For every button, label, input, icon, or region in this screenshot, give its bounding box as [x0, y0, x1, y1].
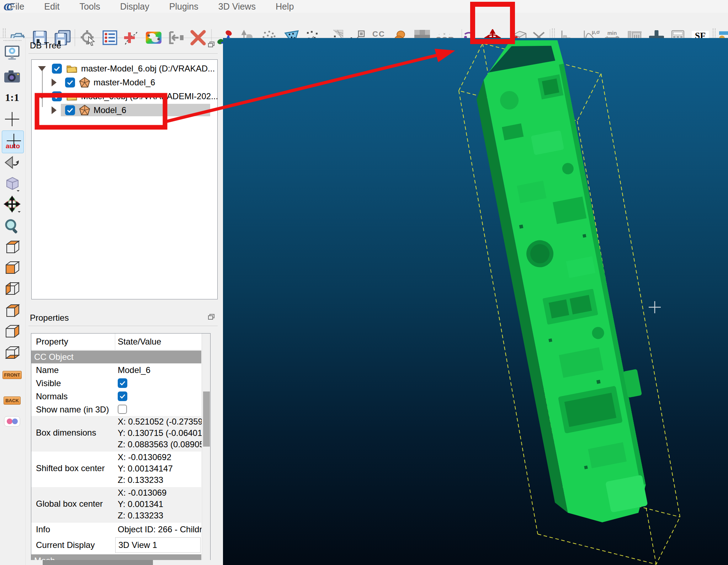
- property-label: Visible: [36, 378, 61, 388]
- app-logo-icon: CC: [4, 1, 18, 12]
- display-settings-icon[interactable]: [3, 44, 21, 63]
- view-front-sign-icon[interactable]: FRONT: [3, 366, 21, 384]
- scrollbar-thumb[interactable]: [203, 391, 210, 447]
- tree-item-label: master-Model_6: [94, 78, 155, 87]
- folder-icon: [66, 64, 78, 73]
- pivot-cross-icon: [7, 134, 19, 144]
- property-label: Normals: [36, 391, 68, 401]
- visibility-checkbox[interactable]: [65, 78, 75, 87]
- property-value: Y: 0.00134147: [118, 464, 173, 474]
- float-panel-icon[interactable]: [208, 42, 214, 47]
- tree-row-model-mesh-selected[interactable]: Model_6: [32, 103, 217, 117]
- column-header: State/Value: [118, 337, 161, 347]
- property-label: Shifted box center: [36, 463, 105, 473]
- camera-rotate-icon[interactable]: [3, 153, 21, 172]
- visibility-checkbox[interactable]: [52, 64, 62, 74]
- zoom-1-1-icon[interactable]: 1:1: [3, 88, 21, 107]
- property-value: Model_6: [118, 365, 150, 375]
- table-row-box-dimensions: Box dimensions X: 0.521052 (-0.273595 Y:…: [31, 416, 201, 452]
- table-row-visible: Visible: [31, 377, 201, 390]
- menu-tools[interactable]: Tools: [69, 0, 110, 13]
- clone-icon[interactable]: [145, 29, 162, 46]
- property-value: Y: 0.130715 (-0.064015: [118, 428, 207, 438]
- property-value: Y: 0.001341: [118, 499, 163, 509]
- view-iso-icon[interactable]: [3, 302, 21, 320]
- property-value: Object ID: 266 - Childr: [118, 524, 202, 534]
- view-right-icon[interactable]: [3, 323, 21, 341]
- tree-row-master-mesh[interactable]: master-Model_6: [32, 75, 217, 89]
- bounding-box-bottom-edges: [538, 517, 680, 564]
- section-header-cc-object: CC Object: [31, 351, 201, 363]
- delete-icon[interactable]: [190, 29, 207, 46]
- tree-row-model-obj[interactable]: Model_6.obj (D:/VRAKADEMI-202...: [32, 89, 217, 103]
- exit-icon[interactable]: [168, 29, 185, 46]
- float-panel-icon[interactable]: [208, 314, 214, 320]
- toolbar-drag-handle[interactable]: [4, 40, 21, 41]
- expand-arrow-icon[interactable]: [52, 106, 57, 114]
- property-value: X: 0.521052 (-0.273595: [118, 417, 207, 427]
- expand-arrow-icon[interactable]: [38, 94, 46, 99]
- mesh-icon: [79, 105, 90, 116]
- menu-bar: CC File Edit Tools Display Plugins 3D Vi…: [0, 0, 728, 13]
- view-front-icon[interactable]: [3, 259, 21, 277]
- stereo-mode-icon[interactable]: [3, 412, 21, 431]
- tree-row-master-obj[interactable]: master-Model_6.obj (D:/VRAKAD...: [32, 62, 217, 75]
- tree-item-label: Model_6.obj (D:/VRAKADEMI-202...: [81, 91, 217, 101]
- view-back-sign-icon[interactable]: BACK: [3, 391, 21, 410]
- trace-polyline-icon[interactable]: [123, 29, 140, 46]
- menu-plugins[interactable]: Plugins: [159, 0, 208, 13]
- menu-3d-views[interactable]: 3D Views: [208, 0, 266, 13]
- scrollbar-thumb[interactable]: [43, 560, 153, 565]
- normals-checkbox[interactable]: [118, 391, 127, 401]
- property-label: Show name (in 3D): [36, 405, 109, 415]
- property-label: Box dimensions: [36, 428, 96, 438]
- main-toolbar: CC CC · × · SOR µ,σ: [0, 13, 728, 38]
- toolbar-separator: [75, 29, 75, 46]
- table-header-row: Property State/Value: [31, 334, 201, 350]
- expand-arrow-icon[interactable]: [38, 66, 46, 71]
- viewport-3d[interactable]: [223, 38, 728, 565]
- visibility-checkbox[interactable]: [65, 105, 75, 115]
- cloudcompare-window: CC File Edit Tools Display Plugins 3D Vi…: [0, 0, 728, 565]
- folder-icon: [66, 92, 78, 101]
- current-display-dropdown[interactable]: 3D View 1: [115, 537, 201, 553]
- view-top-icon[interactable]: [3, 238, 21, 257]
- view-bottom-icon[interactable]: [3, 344, 21, 362]
- expand-arrow-icon[interactable]: [52, 79, 57, 86]
- mesh-icon: [79, 77, 90, 88]
- view-left-icon[interactable]: [3, 280, 21, 298]
- db-tree: master-Model_6.obj (D:/VRAKAD... master-…: [31, 59, 218, 299]
- pivot-cross: [649, 301, 661, 313]
- menu-edit[interactable]: Edit: [34, 0, 69, 13]
- divider: [28, 53, 218, 54]
- point-picking-icon[interactable]: [80, 29, 97, 46]
- table-row-normals: Normals: [31, 390, 201, 403]
- properties-horizontal-scrollbar[interactable]: [31, 560, 211, 565]
- divider: [28, 326, 218, 326]
- perspective-cube-icon[interactable]: [3, 174, 21, 193]
- column-header: Property: [36, 337, 68, 347]
- table-row-info: Info Object ID: 266 - Childr: [31, 523, 201, 536]
- visibility-checkbox[interactable]: [52, 91, 62, 101]
- properties-title: Properties: [30, 313, 69, 323]
- property-value: Z: 0.133233: [118, 475, 163, 485]
- property-value: X: -0.0130692: [118, 452, 171, 462]
- table-row-current-display: Current Display 3D View 1: [31, 536, 201, 554]
- property-label: Name: [36, 365, 59, 375]
- pivot-cross-icon[interactable]: [3, 110, 21, 128]
- show-name-checkbox[interactable]: [118, 405, 127, 414]
- menu-display[interactable]: Display: [110, 0, 159, 13]
- table-row-name: Name Model_6: [31, 363, 201, 377]
- zoom-magnifier-icon[interactable]: [3, 217, 21, 236]
- property-label: Global box center: [36, 499, 103, 509]
- properties-vertical-scrollbar[interactable]: [202, 334, 211, 565]
- tree-item-label: master-Model_6.obj (D:/VRAKAD...: [81, 64, 215, 74]
- table-row-global-box-center: Global box center X: -0.013069 Y: 0.0013…: [31, 487, 201, 523]
- properties-list-icon[interactable]: [101, 29, 118, 46]
- visible-checkbox[interactable]: [118, 378, 127, 388]
- rotation-center-icon[interactable]: [3, 195, 21, 213]
- property-value: Z: 0.0883563 (0.089055: [118, 439, 209, 449]
- auto-pivot-button[interactable]: auto: [2, 130, 24, 153]
- menu-help[interactable]: Help: [266, 0, 304, 13]
- screenshot-camera-icon[interactable]: [3, 67, 21, 86]
